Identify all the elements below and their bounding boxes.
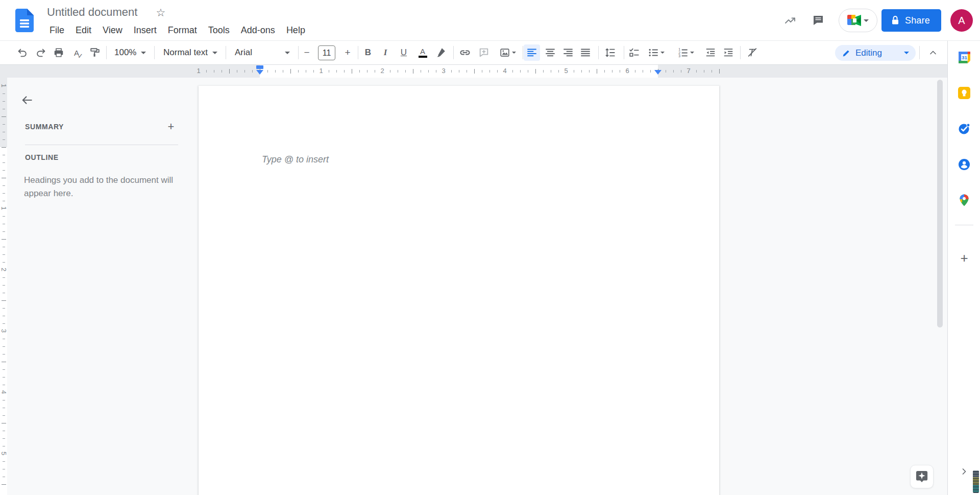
get-addons-button[interactable]: + bbox=[954, 248, 974, 268]
share-button[interactable]: Share bbox=[881, 9, 941, 32]
ruler-number: 3 bbox=[442, 67, 445, 75]
screen-corner-widget bbox=[973, 470, 979, 493]
menu-bar: File Edit View Insert Format Tools Add-o… bbox=[44, 22, 311, 38]
spelling-check-button[interactable]: A✓ bbox=[68, 44, 85, 61]
panel-divider bbox=[25, 145, 178, 145]
decrease-indent-icon bbox=[705, 47, 716, 58]
numbered-list-button[interactable]: 123 bbox=[674, 44, 697, 61]
insert-image-button[interactable] bbox=[496, 44, 519, 61]
vertical-ruler[interactable]: 112345 bbox=[0, 65, 7, 495]
menu-addons[interactable]: Add-ons bbox=[235, 22, 281, 38]
decrease-indent-button[interactable] bbox=[702, 44, 719, 61]
google-calendar-button[interactable]: 31 bbox=[954, 47, 974, 67]
increase-indent-icon bbox=[723, 47, 734, 58]
paragraph-style-select[interactable]: Normal text bbox=[159, 44, 222, 61]
menu-help[interactable]: Help bbox=[281, 22, 311, 38]
ruler-number: 1 bbox=[319, 67, 323, 75]
star-icon[interactable]: ☆ bbox=[153, 5, 168, 20]
summary-label: SUMMARY bbox=[25, 123, 64, 131]
document-scrollbar-thumb[interactable] bbox=[937, 80, 943, 327]
style-caret-icon bbox=[212, 52, 217, 54]
text-color-icon: A bbox=[419, 48, 427, 58]
menu-file[interactable]: File bbox=[44, 22, 70, 38]
document-placeholder[interactable]: Type @ to insert bbox=[262, 154, 329, 165]
justify-icon bbox=[580, 47, 591, 58]
clear-formatting-icon bbox=[747, 47, 758, 58]
paint-format-button[interactable] bbox=[87, 44, 103, 61]
font-select[interactable]: Arial bbox=[231, 44, 294, 61]
add-comment-button[interactable] bbox=[476, 44, 492, 61]
hide-menus-button[interactable] bbox=[925, 44, 941, 61]
menu-tools[interactable]: Tools bbox=[203, 22, 235, 38]
bold-button[interactable]: B bbox=[360, 44, 376, 61]
increase-indent-button[interactable] bbox=[720, 44, 737, 61]
first-line-indent-marker[interactable] bbox=[256, 65, 263, 69]
close-outline-button[interactable] bbox=[17, 90, 37, 110]
zoom-select[interactable]: 100% bbox=[110, 44, 150, 61]
toolbar-separator bbox=[453, 46, 454, 59]
header: Untitled document ☆ File Edit View Inser… bbox=[0, 0, 980, 41]
align-right-button[interactable] bbox=[560, 44, 576, 61]
bulleted-list-button[interactable] bbox=[645, 44, 667, 61]
join-meet-button[interactable] bbox=[839, 9, 877, 32]
ruler-number: 1 bbox=[0, 205, 8, 212]
highlight-color-button[interactable] bbox=[433, 44, 449, 61]
ruler-number: 1 bbox=[197, 67, 200, 75]
account-avatar[interactable]: A bbox=[950, 9, 973, 32]
document-title[interactable]: Untitled document bbox=[47, 6, 137, 19]
horizontal-ruler[interactable]: 11234567 bbox=[0, 65, 947, 78]
pencil-icon bbox=[842, 49, 851, 58]
menu-insert[interactable]: Insert bbox=[128, 22, 162, 38]
ruler-number: 2 bbox=[380, 67, 384, 75]
google-keep-icon bbox=[958, 86, 971, 100]
font-size-input[interactable]: 11 bbox=[318, 45, 335, 60]
google-docs-logo[interactable] bbox=[15, 9, 34, 32]
zoom-value: 100% bbox=[114, 48, 136, 58]
google-maps-button[interactable] bbox=[954, 190, 974, 210]
decrease-font-size-button[interactable]: − bbox=[299, 44, 315, 61]
explore-button[interactable] bbox=[910, 465, 934, 488]
google-contacts-icon bbox=[958, 158, 971, 171]
increase-font-size-button[interactable]: + bbox=[339, 44, 356, 61]
justify-button[interactable] bbox=[577, 44, 594, 61]
redo-icon bbox=[35, 47, 46, 58]
open-comments-button[interactable] bbox=[808, 10, 828, 31]
undo-button[interactable] bbox=[14, 44, 31, 61]
menu-format[interactable]: Format bbox=[162, 22, 203, 38]
widget-teal-stripes bbox=[973, 485, 979, 493]
menu-edit[interactable]: Edit bbox=[70, 22, 97, 38]
font-value: Arial bbox=[235, 48, 252, 58]
google-contacts-button[interactable] bbox=[954, 154, 974, 175]
widget-yellow-stripes bbox=[973, 478, 979, 485]
chevron-right-icon bbox=[959, 466, 969, 477]
hide-side-panel-button[interactable] bbox=[954, 461, 974, 482]
checklist-button[interactable] bbox=[626, 44, 642, 61]
text-color-button[interactable]: A bbox=[414, 44, 431, 61]
side-panel: 31 bbox=[947, 41, 980, 495]
toolbar-separator bbox=[226, 46, 226, 59]
align-left-button[interactable] bbox=[524, 44, 540, 61]
google-keep-button[interactable] bbox=[954, 83, 974, 103]
print-button[interactable] bbox=[51, 44, 67, 61]
document-activity-button[interactable] bbox=[780, 10, 800, 31]
right-indent-marker[interactable] bbox=[654, 70, 662, 75]
print-icon bbox=[53, 47, 64, 58]
chevron-up-icon bbox=[928, 48, 938, 58]
line-spacing-button[interactable] bbox=[602, 44, 618, 61]
insert-link-button[interactable] bbox=[457, 44, 473, 61]
google-tasks-icon bbox=[958, 122, 971, 135]
document-page[interactable]: Type @ to insert bbox=[199, 86, 719, 495]
align-center-button[interactable] bbox=[542, 44, 558, 61]
editing-mode-select[interactable]: Editing bbox=[835, 45, 916, 61]
add-summary-button[interactable]: + bbox=[164, 120, 178, 134]
paragraph-style-value: Normal text bbox=[163, 48, 208, 58]
left-indent-marker[interactable] bbox=[256, 70, 263, 75]
underline-button[interactable]: U bbox=[396, 44, 412, 61]
redo-button[interactable] bbox=[33, 44, 49, 61]
italic-button[interactable]: I bbox=[377, 44, 394, 61]
menu-view[interactable]: View bbox=[97, 22, 128, 38]
google-tasks-button[interactable] bbox=[954, 119, 974, 139]
clear-formatting-button[interactable] bbox=[744, 44, 761, 61]
checklist-icon bbox=[628, 47, 640, 58]
toolbar-separator bbox=[523, 46, 523, 59]
